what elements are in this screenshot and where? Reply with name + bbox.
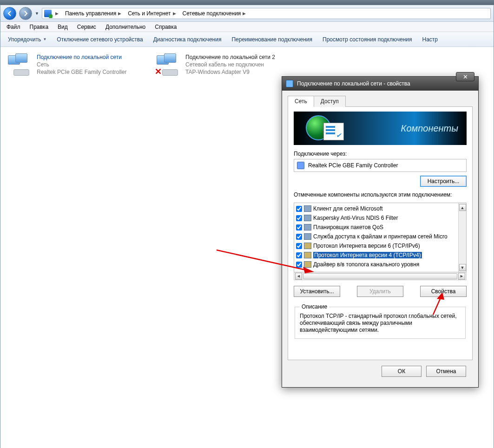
cmd-status[interactable]: Просмотр состояния подключения — [318, 34, 416, 45]
chevron-down-icon: ▼ — [43, 37, 46, 41]
network-adapter-icon — [7, 53, 32, 76]
connection-adapter: Realtek PCIe GBE Family Controller — [37, 68, 126, 76]
connection-status: Сеть — [37, 61, 126, 68]
component-item[interactable]: Kaspersky Anti-Virus NDIS 6 Filter — [294, 213, 458, 223]
history-dropdown-icon[interactable]: ▼ — [35, 11, 39, 16]
cancel-button[interactable]: Отмена — [426, 366, 466, 377]
cmd-rename[interactable]: Переименование подключения — [227, 34, 317, 45]
menu-view[interactable]: Вид — [53, 23, 72, 31]
tab-strip: Сеть Доступ — [288, 95, 473, 107]
component-label: Служба доступа к файлам и принтерам сете… — [313, 233, 448, 240]
adapter-field: Realtek PCIe GBE Family Controller — [294, 159, 467, 172]
component-item[interactable]: Планировщик пакетов QoS — [294, 223, 458, 232]
cmd-disable-device[interactable]: Отключение сетевого устройства — [52, 34, 147, 45]
scroll-left-icon[interactable]: ◄ — [295, 273, 302, 280]
description-text: Протокол TCP/IP - стандартный протокол г… — [300, 313, 461, 334]
forward-button[interactable] — [19, 7, 32, 20]
dialog-title: Подключение по локальной сети - свойства — [297, 80, 410, 87]
properties-dialog: ✕ Подключение по локальной сети - свойст… — [282, 76, 479, 388]
component-icon — [304, 252, 311, 258]
cmd-organize[interactable]: Упорядочить▼ — [3, 34, 51, 45]
back-button[interactable] — [3, 7, 16, 20]
close-button[interactable]: ✕ — [456, 72, 474, 81]
chevron-right-icon: ▶ — [55, 11, 59, 16]
connection-title: Подключение по локальной сети 2 — [185, 53, 275, 61]
menu-bar: Файл Правка Вид Сервис Дополнительно Спр… — [0, 22, 494, 32]
description-group: Описание Протокол TCP/IP - стандартный п… — [295, 303, 466, 339]
menu-file[interactable]: Файл — [2, 23, 25, 31]
disconnected-icon: ✕ — [155, 66, 162, 77]
breadcrumb-segment[interactable]: Панель управления▶ — [62, 8, 124, 19]
component-label: Протокол Интернета версии 4 (TCP/IPv4) — [313, 252, 422, 258]
component-checkbox[interactable] — [296, 215, 302, 221]
component-checkbox[interactable] — [296, 252, 302, 258]
description-legend: Описание — [300, 303, 329, 310]
component-icon — [304, 243, 311, 249]
components-listbox[interactable]: Клиент для сетей MicrosoftKaspersky Anti… — [294, 203, 467, 272]
connection-item[interactable]: Подключение по локальной сети Сеть Realt… — [4, 52, 149, 78]
component-checkbox[interactable] — [296, 224, 302, 231]
install-button[interactable]: Установить... — [294, 286, 340, 297]
menu-advanced[interactable]: Дополнительно — [101, 23, 150, 31]
component-checkbox[interactable] — [296, 243, 302, 249]
scroll-up-icon[interactable]: ▲ — [459, 204, 466, 211]
connection-status: Сетевой кабель не подключен — [185, 61, 275, 68]
cmd-diagnose[interactable]: Диагностика подключения — [149, 34, 226, 45]
components-banner: Компоненты — [294, 112, 467, 145]
configure-button[interactable]: Настроить... — [420, 176, 467, 187]
control-panel-icon — [44, 10, 52, 17]
tab-network[interactable]: Сеть — [288, 96, 314, 107]
connection-item[interactable]: ✕ Подключение по локальной сети 2 Сетево… — [153, 52, 298, 78]
uninstall-button: Удалить — [357, 286, 403, 297]
checklist-icon — [323, 123, 344, 140]
scroll-thumb[interactable] — [303, 273, 457, 279]
banner-title: Компоненты — [401, 123, 458, 134]
component-icon — [304, 215, 311, 221]
component-label: Протокол Интернета версии 6 (TCP/IPv6) — [313, 243, 420, 249]
component-checkbox[interactable] — [296, 234, 302, 240]
component-label: Клиент для сетей Microsoft — [313, 205, 383, 212]
component-label: Планировщик пакетов QoS — [313, 224, 383, 231]
breadcrumb-segment[interactable]: Сетевые подключения▶ — [180, 8, 249, 19]
tab-sharing[interactable]: Доступ — [314, 96, 346, 107]
component-checkbox[interactable] — [296, 262, 302, 268]
cmd-settings[interactable]: Настр — [418, 34, 443, 45]
component-icon — [304, 224, 311, 231]
menu-tools[interactable]: Сервис — [73, 23, 100, 31]
component-icon — [304, 205, 311, 212]
nav-bar: ▼ ▶ Панель управления▶ Сеть и Интернет▶ … — [0, 5, 494, 22]
network-adapter-icon: ✕ — [156, 53, 181, 76]
command-bar: Упорядочить▼ Отключение сетевого устройс… — [0, 32, 494, 47]
scroll-down-icon[interactable]: ▼ — [459, 264, 466, 271]
component-label: Драйвер в/в тополога канального уровня — [313, 261, 419, 268]
component-icon — [304, 261, 311, 268]
address-bar[interactable]: ▶ Панель управления▶ Сеть и Интернет▶ Се… — [42, 8, 491, 19]
menu-help[interactable]: Справка — [151, 23, 181, 31]
component-item[interactable]: Служба доступа к файлам и принтерам сете… — [294, 232, 458, 241]
components-label: Отмеченные компоненты используются этим … — [294, 191, 467, 198]
component-item[interactable]: Протокол Интернета версии 6 (TCP/IPv6) — [294, 241, 458, 250]
vertical-scrollbar[interactable]: ▲ ▼ — [458, 203, 466, 272]
component-icon — [304, 233, 311, 240]
adapter-icon — [286, 80, 293, 87]
breadcrumb-segment[interactable]: Сеть и Интернет▶ — [125, 8, 178, 19]
dialog-titlebar[interactable]: Подключение по локальной сети - свойства — [282, 77, 478, 91]
component-item[interactable]: Протокол Интернета версии 4 (TCP/IPv4) — [294, 250, 458, 260]
component-item[interactable]: Клиент для сетей Microsoft — [294, 204, 458, 213]
menu-edit[interactable]: Правка — [26, 23, 53, 31]
scroll-right-icon[interactable]: ► — [458, 273, 465, 280]
horizontal-scrollbar[interactable]: ◄ ► — [294, 272, 467, 280]
component-label: Kaspersky Anti-Virus NDIS 6 Filter — [313, 215, 398, 221]
properties-button[interactable]: Свойства — [420, 286, 467, 297]
adapter-name: Realtek PCIe GBE Family Controller — [308, 162, 398, 169]
ok-button[interactable]: ОК — [382, 366, 422, 377]
adapter-icon — [297, 162, 304, 169]
connection-title: Подключение по локальной сети — [37, 53, 126, 61]
component-checkbox[interactable] — [296, 206, 302, 212]
connection-adapter: TAP-Windows Adapter V9 — [185, 68, 275, 76]
connect-using-label: Подключение через: — [294, 151, 467, 157]
component-item[interactable]: Драйвер в/в тополога канального уровня — [294, 260, 458, 269]
